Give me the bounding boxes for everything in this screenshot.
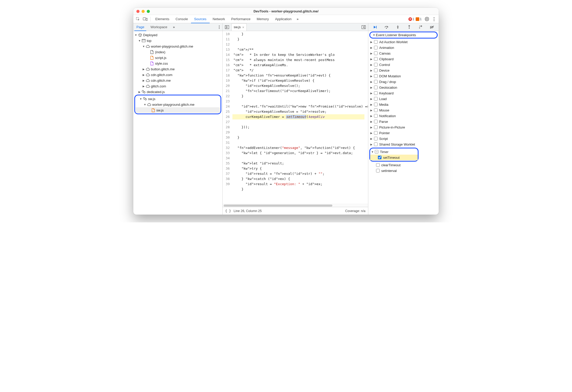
bp-item-setinterval[interactable]: setInterval [368, 168, 439, 174]
tab-memory[interactable]: Memory [254, 15, 272, 23]
bp-checkbox[interactable] [374, 40, 378, 44]
kebab-menu-icon[interactable] [430, 16, 438, 23]
tree-file[interactable]: script.js [133, 55, 222, 61]
bp-checkbox[interactable] [376, 163, 380, 167]
bp-checkbox[interactable] [374, 57, 378, 61]
code-editor[interactable]: 1011121314151617181920212223242526272829… [223, 31, 368, 204]
navigator-tab-page[interactable]: Page [134, 24, 146, 31]
bp-category[interactable]: ▶Geolocation [368, 85, 439, 90]
bp-checkbox[interactable] [374, 69, 378, 72]
bp-checkbox[interactable] [374, 120, 378, 123]
tab-application[interactable]: Application [272, 15, 295, 23]
code-content[interactable]: } } "cm">/** "cm"> * In order to keep th… [232, 31, 368, 204]
file-tree[interactable]: ▼ Deployed ▼ top ▼ [133, 31, 222, 215]
bp-checkbox[interactable] [374, 74, 378, 78]
bp-category-timer[interactable]: ▼ − Timer [370, 149, 418, 155]
bp-category[interactable]: ▶Mouse [368, 107, 439, 113]
step-over-icon[interactable] [383, 24, 390, 31]
deactivate-breakpoints-icon[interactable] [429, 24, 435, 31]
more-tabs-button[interactable]: » [295, 17, 300, 21]
bp-category[interactable]: ▶Pointer [368, 130, 439, 136]
bp-category[interactable]: ▶Notification [368, 113, 439, 119]
bp-category[interactable]: ▶Control [368, 62, 439, 67]
bp-checkbox[interactable] [374, 46, 378, 49]
bp-checkbox[interactable] [374, 131, 378, 135]
close-tab-icon[interactable]: × [242, 25, 244, 29]
tree-file-swjs[interactable]: sw.js [136, 107, 220, 113]
tree-worker[interactable]: ▶ dedicated.js [133, 89, 222, 95]
bp-category[interactable]: ▶Canvas [368, 50, 439, 56]
bp-checkbox[interactable] [374, 51, 378, 55]
bp-category[interactable]: ▶Clipboard [368, 56, 439, 62]
bp-checkbox[interactable] [374, 86, 378, 89]
bp-category-label: Keyboard [379, 91, 394, 95]
tree-domain[interactable]: ▶ glitch.com [133, 83, 222, 89]
bp-category[interactable]: ▶Parse [368, 119, 439, 124]
bp-checkbox[interactable] [374, 108, 378, 112]
bp-checkbox[interactable] [378, 156, 382, 159]
bp-category[interactable]: ▶Ad Auction Worklet [368, 39, 439, 45]
bp-category[interactable]: ▶Device [368, 67, 439, 73]
tree-domain[interactable]: ▶ cdn.glitch.com [133, 72, 222, 78]
navigator-more-button[interactable]: » [171, 25, 176, 29]
bp-checkbox[interactable] [374, 103, 378, 106]
tree-label: cdn.glitch.com [151, 73, 172, 77]
mixed-checkbox-icon[interactable]: − [375, 150, 378, 154]
inspect-element-icon[interactable] [134, 16, 142, 23]
braces-icon[interactable]: { } [225, 209, 231, 213]
bp-category[interactable]: ▶Animation [368, 45, 439, 50]
device-toolbar-icon[interactable] [142, 16, 149, 23]
bp-item-settimeout[interactable]: setTimeout [370, 155, 418, 160]
bp-category[interactable]: ▶Media [368, 102, 439, 107]
bp-checkbox[interactable] [374, 114, 378, 118]
tree-domain[interactable]: ▶ cdn.glitch.me [133, 78, 222, 83]
bp-category[interactable]: ▶Drag / drop [368, 79, 439, 85]
bp-category[interactable]: ▶Script [368, 136, 439, 141]
toggle-debugger-icon[interactable] [360, 24, 367, 31]
step-out-icon[interactable] [406, 24, 413, 31]
resume-icon[interactable] [372, 24, 378, 31]
bp-checkbox[interactable] [374, 63, 378, 66]
toggle-navigator-icon[interactable] [224, 24, 230, 31]
event-breakpoints-header[interactable]: ▼ Event Listener Breakpoints [371, 32, 436, 38]
tree-deployed[interactable]: ▼ Deployed [133, 32, 222, 38]
bp-checkbox[interactable] [374, 125, 378, 129]
settings-icon[interactable] [423, 16, 430, 23]
bp-item-cleartimeout[interactable]: clearTimeout [368, 162, 439, 168]
tree-domain[interactable]: ▶ button.glitch.me [133, 66, 222, 72]
tab-sources[interactable]: Sources [191, 15, 210, 23]
step-into-icon[interactable] [394, 24, 401, 31]
warning-count[interactable]: 1 [416, 17, 422, 21]
editor-tab-swjs[interactable]: sw.js × [231, 23, 247, 31]
bp-checkbox[interactable] [374, 97, 378, 101]
tree-file[interactable]: (index) [133, 49, 222, 55]
scrollbar-thumb[interactable] [224, 205, 332, 207]
bp-category[interactable]: ▶Shared Storage Worklet [368, 141, 439, 147]
bp-checkbox[interactable] [374, 142, 378, 146]
tree-domain[interactable]: ▼ worker-playground.glitch.me [133, 43, 222, 49]
bp-checkbox[interactable] [376, 169, 380, 172]
bp-category-label: Load [379, 97, 387, 101]
bp-checkbox[interactable] [374, 80, 378, 84]
svg-point-6 [219, 25, 220, 26]
tree-file[interactable]: style.css [133, 61, 222, 66]
navigator-tab-workspace[interactable]: Workspace [148, 23, 169, 31]
tab-performance[interactable]: Performance [228, 15, 253, 23]
tab-console[interactable]: Console [172, 15, 191, 23]
bp-checkbox[interactable] [374, 137, 378, 140]
bp-category[interactable]: ▶Picture-in-Picture [368, 124, 439, 130]
bp-category[interactable]: ▶DOM Mutation [368, 73, 439, 79]
bp-category[interactable]: ▶Load [368, 96, 439, 102]
tree-domain[interactable]: ▼ worker-playground.glitch.me [136, 102, 220, 107]
tab-elements[interactable]: Elements [152, 15, 172, 23]
navigator-menu-icon[interactable] [217, 25, 221, 29]
tree-worker-sw[interactable]: ▼ sw.js [136, 96, 220, 102]
error-count[interactable]: ✕ 1 [408, 17, 414, 21]
step-icon[interactable] [417, 24, 424, 31]
debugger-panels[interactable]: ▼ Event Listener Breakpoints ▶Ad Auction… [368, 31, 439, 215]
bp-checkbox[interactable] [374, 91, 378, 95]
tree-top[interactable]: ▼ top [133, 38, 222, 43]
bp-category[interactable]: ▶Keyboard [368, 90, 439, 96]
horizontal-scrollbar[interactable] [223, 204, 368, 207]
tab-network[interactable]: Network [210, 15, 228, 23]
